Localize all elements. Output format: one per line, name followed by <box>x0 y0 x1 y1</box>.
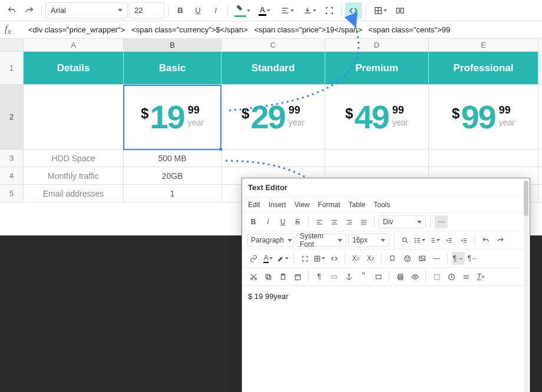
column-header-a[interactable]: A <box>24 39 124 51</box>
formula-bar[interactable]: fx <div class="price_wrapper"> <span cla… <box>0 21 542 39</box>
cell-c1[interactable]: Standard <box>222 52 325 84</box>
editor-menu-tools[interactable]: Tools <box>374 201 390 209</box>
cell-b4[interactable]: 20GB <box>124 167 222 184</box>
ed-align-center-icon[interactable] <box>328 215 341 228</box>
html-editor-icon[interactable] <box>345 2 362 19</box>
cell-a3[interactable]: HDD Space <box>24 150 124 167</box>
underline-icon[interactable]: U <box>190 2 206 19</box>
undo-icon[interactable] <box>4 2 20 19</box>
bold-icon[interactable]: B <box>172 2 189 19</box>
ed-code-icon[interactable] <box>328 252 341 265</box>
ed-emoji-icon[interactable] <box>401 252 414 265</box>
ed-cut-icon[interactable] <box>247 270 260 283</box>
ed-fullscreen-icon[interactable] <box>298 252 311 265</box>
ed-history-icon[interactable] <box>445 270 458 283</box>
ed-anchor-icon[interactable] <box>342 270 355 283</box>
cell-a2[interactable] <box>24 85 124 149</box>
ed-fontsize-select[interactable]: 16px <box>348 234 389 247</box>
column-header-c[interactable]: C <box>222 39 325 51</box>
cell-d1[interactable]: Premium <box>325 52 429 84</box>
ed-align-right-icon[interactable] <box>342 215 355 228</box>
cell-c2[interactable]: $ 29 99year <box>222 85 325 149</box>
cell-b5[interactable]: 1 <box>124 185 222 202</box>
horizontal-align-icon[interactable] <box>276 2 298 19</box>
italic-icon[interactable]: I <box>207 2 224 19</box>
borders-icon[interactable] <box>369 2 391 19</box>
ed-preview-icon[interactable] <box>408 270 421 283</box>
editor-menu-table[interactable]: Table <box>349 201 366 209</box>
ed-print-icon[interactable] <box>394 270 406 283</box>
ed-copy-icon[interactable] <box>262 270 275 283</box>
column-header-b[interactable]: B <box>124 39 222 51</box>
cell-e2[interactable]: $ 99 99year <box>429 85 538 149</box>
ed-align-left-icon[interactable] <box>313 215 326 228</box>
ed-paste-icon[interactable] <box>276 270 289 283</box>
text-color-icon[interactable]: A <box>254 2 275 19</box>
cell-b3[interactable]: 500 MB <box>124 150 222 167</box>
cell-a1[interactable]: Details <box>24 52 124 84</box>
ed-superscript-icon[interactable]: X2 <box>364 252 377 265</box>
ed-italic-icon[interactable]: I <box>262 215 275 228</box>
row-header-1[interactable]: 1 <box>0 52 24 84</box>
row-header-4[interactable]: 4 <box>0 167 24 184</box>
ed-highlight-icon[interactable] <box>276 252 289 265</box>
ed-search-icon[interactable] <box>398 234 411 247</box>
redo-icon[interactable] <box>21 2 38 19</box>
cell-b2[interactable]: $ 19 99year <box>124 85 222 149</box>
vertical-align-icon[interactable] <box>299 2 320 19</box>
ed-datetime-icon[interactable] <box>291 270 304 283</box>
ed-template-icon[interactable] <box>430 270 443 283</box>
cell-a5[interactable]: Email addresses <box>24 185 124 202</box>
row-header-3[interactable]: 3 <box>0 150 24 167</box>
ed-indent-icon[interactable] <box>457 234 470 247</box>
ed-underline-icon[interactable]: U <box>276 215 289 228</box>
ed-ltr-icon[interactable]: ¶→ <box>452 252 465 265</box>
row-header-5[interactable]: 5 <box>0 185 24 202</box>
cell-d2[interactable]: $ 49 99year <box>325 85 429 149</box>
cell-a4[interactable]: Monthly traffic <box>24 167 124 184</box>
merge-cells-icon[interactable] <box>392 2 408 19</box>
ed-number-list-icon[interactable] <box>428 234 441 247</box>
font-size-select[interactable]: 22 <box>129 2 164 19</box>
ed-nbsp-icon[interactable] <box>328 270 341 283</box>
ed-subscript-icon[interactable]: X2 <box>349 252 362 265</box>
expand-icon[interactable] <box>321 2 338 19</box>
font-family-select[interactable]: Arial <box>45 2 128 19</box>
ed-quote-icon[interactable]: ” <box>357 270 370 283</box>
editor-menu-insert[interactable]: Insert <box>269 201 286 209</box>
editor-content[interactable]: $ 19 99year <box>242 286 530 392</box>
fill-color-icon[interactable] <box>232 2 253 19</box>
ed-bullet-list-icon[interactable] <box>413 234 426 247</box>
cell-b1[interactable]: Basic <box>124 52 222 84</box>
ed-table-icon[interactable] <box>313 252 326 265</box>
ed-image-icon[interactable] <box>415 252 428 265</box>
ed-pilcrow-icon[interactable]: ¶ <box>313 270 326 283</box>
editor-menu-view[interactable]: View <box>295 201 310 209</box>
cell-e1[interactable]: Professional <box>429 52 538 84</box>
ed-more-icon[interactable]: ⋯ <box>435 215 448 228</box>
ed-element-select[interactable]: Div <box>379 215 426 228</box>
editor-menu-edit[interactable]: Edit <box>248 201 260 209</box>
ed-strike-icon[interactable]: S <box>291 215 304 228</box>
ed-omega-icon[interactable]: Ω <box>386 252 399 265</box>
ed-text-color-icon[interactable]: A <box>262 252 275 265</box>
ed-undo-icon[interactable] <box>479 234 492 247</box>
ed-outdent-icon[interactable] <box>442 234 455 247</box>
column-header-d[interactable]: D <box>325 39 429 51</box>
ed-clearformat-icon[interactable]: T× <box>474 270 487 283</box>
ed-align-justify-icon[interactable] <box>357 215 370 228</box>
ed-redo-icon[interactable] <box>494 234 507 247</box>
column-header-e[interactable]: E <box>429 39 538 51</box>
ed-font-select[interactable]: System Font <box>296 234 346 247</box>
ed-bold-icon[interactable]: B <box>247 215 260 228</box>
ed-hr-icon[interactable]: — <box>430 252 443 265</box>
ed-codeblock-icon[interactable] <box>372 270 385 283</box>
ed-block-select[interactable]: Paragraph <box>247 234 294 247</box>
select-all-corner[interactable] <box>0 39 24 51</box>
editor-scrollbar[interactable] <box>524 181 528 392</box>
editor-menu-format[interactable]: Format <box>318 201 341 209</box>
row-header-2[interactable]: 2 <box>0 85 24 149</box>
ed-rtl-icon[interactable]: ¶← <box>467 252 480 265</box>
ed-pagebreak-icon[interactable] <box>460 270 472 283</box>
ed-link-icon[interactable] <box>247 252 260 265</box>
